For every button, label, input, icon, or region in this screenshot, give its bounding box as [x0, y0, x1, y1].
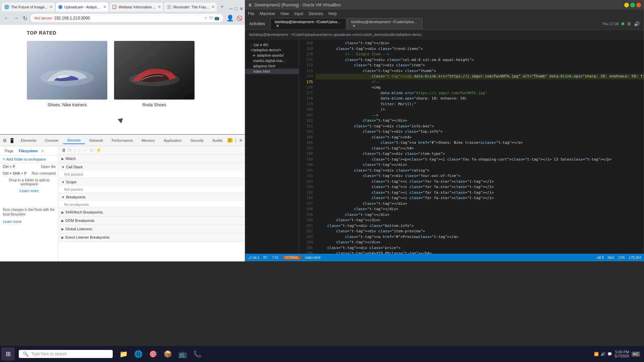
action-center-icon[interactable]: 💬 [607, 352, 612, 356]
product-card-roda[interactable]: Roda Shoes [114, 41, 195, 107]
vbox-menu-input[interactable]: Input [294, 11, 304, 16]
tab-audits[interactable]: Audits [208, 137, 227, 144]
chrome-tab-1[interactable]: 🌐 The Future of Image... ✕ [1, 2, 55, 11]
vbox-menu-devices[interactable]: Devices [309, 11, 323, 16]
terminal-tab-1-close[interactable]: ✕ [276, 24, 279, 28]
activities-label[interactable]: Activities [249, 21, 265, 26]
chrome-tab-2[interactable]: Uploadcare - Adapti... ✕ [55, 2, 109, 11]
back-button[interactable]: ← [3, 14, 11, 22]
left-tab-more[interactable]: » [42, 149, 44, 153]
file-tree-assets[interactable]: ▶ adaptive-assets/ [245, 53, 299, 58]
file-tree-markis[interactable]: markis-digital-mar... [245, 58, 299, 63]
cast-icon[interactable]: 📺 [214, 16, 219, 20]
vbox-close[interactable] [636, 3, 641, 7]
tab-sources[interactable]: Sources [63, 137, 85, 144]
shield-icon[interactable]: 🛡 [209, 16, 213, 20]
tab2-close[interactable]: ✕ [103, 5, 106, 9]
address-box[interactable]: Not secure 192.168.1.213:3000 ☆ 🛡 📺 [30, 13, 224, 23]
code-editor[interactable]: 1681691701711721731741751761771781791801… [299, 39, 644, 254]
add-folder-label[interactable]: Add folder to workspace [6, 157, 46, 161]
left-tab-page[interactable]: Page [3, 148, 15, 154]
taskbar-search-box[interactable]: 🔍 Type here to search [19, 350, 113, 358]
tab4-close[interactable]: ✕ [212, 5, 214, 9]
learn-link[interactable]: Learn more [0, 220, 58, 224]
tab3-close[interactable]: ✕ [158, 5, 161, 9]
chrome-maximize[interactable]: □ [235, 6, 237, 11]
file-tree-index[interactable]: index.html [245, 69, 299, 74]
learn-more-link[interactable]: Learn more [0, 187, 58, 194]
status-filename[interactable]: index.html [305, 256, 320, 259]
event-listener-header[interactable]: ▶ Event Listener Breakpoints [59, 233, 245, 241]
vbox-maximize[interactable] [630, 3, 635, 7]
chrome-close[interactable]: ✕ [239, 6, 244, 11]
forward-button[interactable]: → [12, 14, 20, 22]
taskbar-chrome-icon[interactable]: 🌐 [131, 347, 145, 361]
global-listeners-header[interactable]: ▶ Global Listeners [59, 225, 245, 233]
devtools-settings-icon[interactable]: ⚙ [3, 138, 7, 143]
deactivate-breakpoints-btn[interactable]: ⊘ [90, 147, 94, 153]
devtools-mobile-icon[interactable]: 📱 [9, 138, 15, 143]
watch-header[interactable]: ▶ Watch [59, 155, 245, 163]
tab-performance[interactable]: Performance [108, 137, 137, 144]
shortcut-action-2: Run command [32, 171, 56, 175]
taskbar-app4-icon[interactable]: 📦 [161, 347, 174, 361]
status-right: utf-8 html 11% 175:154 [597, 256, 641, 259]
breakpoints-header[interactable]: ▼ Breakpoints [59, 193, 245, 201]
new-tab-button[interactable]: + [217, 2, 227, 11]
chrome-tab-3[interactable]: 📋 Webinar Information ... ✕ [109, 2, 164, 11]
vbox-menu-help[interactable]: Help [328, 11, 337, 16]
terminal-tab-2-close[interactable]: ✕ [353, 24, 356, 28]
step-over-btn[interactable]: ⟳ [68, 147, 72, 153]
product-card-nike[interactable]: Shoes: Nike trainers [27, 41, 107, 107]
vm-audio-icon[interactable]: 🔊 [634, 21, 640, 26]
taskbar-clock[interactable]: 5:00 PM 5/7/2020 [615, 350, 629, 358]
add-folder-icon[interactable]: + [3, 157, 5, 162]
step-into-btn[interactable]: ↓ [74, 147, 76, 153]
vbox-menu-view[interactable]: View [280, 11, 289, 16]
code-content[interactable]: class="t-tag"></div> class="t-tag"><div … [316, 39, 644, 254]
start-button[interactable]: ⊞ [1, 347, 15, 361]
star-icon[interactable]: ☆ [204, 16, 208, 20]
code-line-192: class="t-tag"><div class="rating"> [316, 168, 644, 174]
xhr-header[interactable]: ▶ XHR/fetch Breakpoints [59, 208, 245, 216]
devtools-close-icon[interactable]: ✕ [239, 138, 243, 143]
tab-console[interactable]: Console [41, 137, 62, 144]
tab-security[interactable]: Security [186, 137, 208, 144]
tab-network[interactable]: Network [86, 137, 107, 144]
taskbar-app6-icon[interactable]: 📞 [191, 347, 204, 361]
step-out-btn[interactable]: ↑ [78, 147, 81, 153]
tab1-close[interactable]: ✕ [50, 5, 52, 9]
vbox-menu-file[interactable]: File [248, 11, 254, 16]
devtools-more-icon[interactable]: ⋮ [234, 138, 238, 143]
vbox-menu-machine[interactable]: Machine [260, 11, 275, 16]
file-tree-up[interactable]: .. (up a dir) [245, 42, 299, 47]
profile-icon[interactable]: 👤 [225, 13, 235, 23]
step-btn[interactable]: → [83, 147, 88, 153]
network-icon[interactable]: 📶 [594, 352, 599, 356]
taskbar-files-icon[interactable]: 📁 [117, 347, 130, 361]
call-stack-header[interactable]: ▼ Call Stack [59, 163, 245, 171]
chrome-minimize[interactable]: ─ [229, 6, 233, 11]
reload-button[interactable]: ↻ [21, 14, 29, 23]
chrome-tab-4[interactable]: 📧 Reminder: The Futu... ✕ [164, 2, 217, 11]
pause-resume-btn[interactable]: ⏸ [61, 147, 66, 153]
pause-on-exception-btn[interactable]: ⚡ [96, 147, 101, 153]
language-indicator[interactable]: A/C [632, 352, 640, 357]
taskbar-app5-icon[interactable]: 📺 [176, 347, 189, 361]
tab-elements[interactable]: Elements [17, 137, 40, 144]
tab-application[interactable]: Application [160, 137, 186, 144]
file-tree-root[interactable]: </adaptive-demo/> [245, 47, 299, 53]
file-tree-adaptive[interactable]: adaptive.html [245, 63, 299, 69]
terminal-tab-2[interactable]: bishibop@development:~/Code/Uploadcare/d… [347, 18, 423, 29]
volume-icon[interactable]: 🔊 [601, 352, 605, 356]
git-branch[interactable]: ⎇ se-1 [248, 256, 259, 259]
tab-memory[interactable]: Memory [138, 137, 159, 144]
browser-action-icon[interactable]: 🚫 [236, 15, 242, 21]
scope-header[interactable]: ▼ Scope [59, 178, 245, 186]
taskbar-app3-icon[interactable]: 🎯 [146, 347, 160, 361]
vbox-minimize[interactable] [624, 3, 629, 7]
dom-header[interactable]: ▶ DOM Breakpoints [59, 217, 245, 225]
left-tab-filesystem[interactable]: Filesystem [17, 148, 40, 154]
vm-options-icon[interactable]: ⚙ [627, 21, 631, 26]
terminal-tab-1[interactable]: bishibop@development:~/Code/Uploadcare/d… [270, 18, 346, 29]
